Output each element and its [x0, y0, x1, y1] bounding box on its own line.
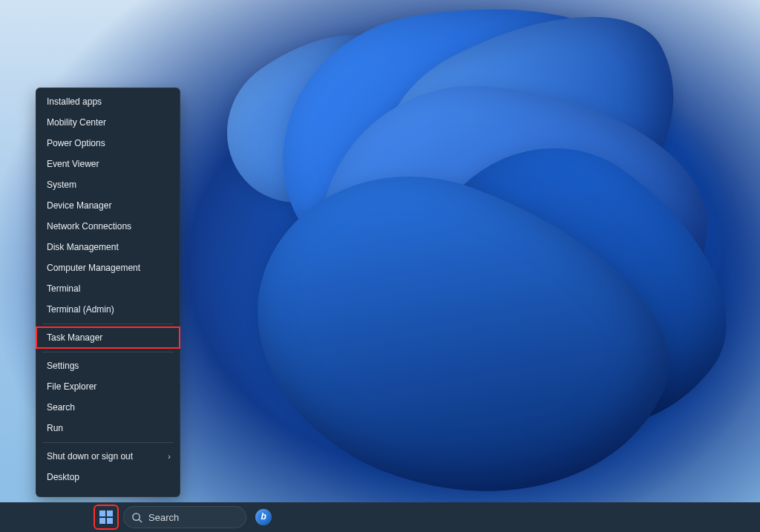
bing-button[interactable]: b [252, 506, 275, 528]
context-menu-item-label: Network Connections [47, 221, 131, 231]
context-menu-item-label: Settings [47, 361, 79, 371]
taskbar-search-placeholder: Search [148, 512, 179, 523]
context-menu-item-label: Terminal [47, 283, 80, 294]
context-menu-item-label: Task Manager [47, 332, 102, 343]
start-context-menu: Installed appsMobility CenterPower Optio… [36, 88, 180, 497]
context-menu-item-label: Terminal (Admin) [47, 304, 114, 315]
context-menu-item[interactable]: Computer Management [36, 257, 180, 278]
context-menu-item[interactable]: System [36, 174, 180, 195]
context-menu-separator [42, 324, 174, 324]
context-menu-item[interactable]: Settings [36, 355, 180, 376]
context-menu-item[interactable]: Event Viewer [36, 154, 180, 174]
context-menu-item-label: Device Manager [47, 200, 111, 211]
context-menu-item-label: Desktop [47, 472, 79, 482]
context-menu-item-label: Installed apps [47, 96, 102, 107]
context-menu-item-label: Search [47, 402, 75, 413]
context-menu-item-label: System [47, 180, 76, 190]
context-menu-item[interactable]: Mobility Center [36, 112, 180, 133]
bing-glyph: b [261, 511, 266, 522]
context-menu-item[interactable]: Terminal (Admin) [36, 299, 180, 320]
context-menu-item-label: Disk Management [47, 242, 119, 252]
search-icon [131, 512, 142, 523]
context-menu-item-label: Power Options [47, 138, 105, 148]
context-menu-separator [42, 442, 174, 443]
bing-icon: b [255, 509, 272, 525]
taskbar-search[interactable]: Search [123, 506, 246, 528]
context-menu-item-label: File Explorer [47, 381, 96, 392]
context-menu-item-label: Event Viewer [47, 159, 99, 169]
context-menu-item[interactable]: Disk Management [36, 237, 180, 257]
context-menu-item[interactable]: Installed apps [36, 91, 180, 112]
context-menu-item[interactable]: Run [36, 418, 180, 439]
start-button[interactable] [95, 506, 117, 528]
context-menu-item[interactable]: Terminal [36, 278, 180, 299]
context-menu-item-label: Mobility Center [47, 117, 106, 128]
context-menu-item[interactable]: Device Manager [36, 195, 180, 216]
context-menu-item[interactable]: File Explorer [36, 376, 180, 397]
taskbar: Search b [0, 502, 760, 532]
context-menu-item[interactable]: Shut down or sign out› [36, 446, 180, 467]
context-menu-item[interactable]: Network Connections [36, 216, 180, 237]
context-menu-item-label: Run [47, 423, 63, 433]
chevron-right-icon: › [168, 452, 171, 461]
context-menu-item-label: Shut down or sign out [47, 451, 133, 462]
context-menu-item-label: Computer Management [47, 263, 140, 273]
context-menu-separator [42, 352, 174, 352]
context-menu-item[interactable]: Task Manager [36, 327, 180, 348]
context-menu-item[interactable]: Power Options [36, 133, 180, 154]
windows-logo-icon [99, 510, 113, 524]
context-menu-item[interactable]: Desktop [36, 467, 180, 487]
svg-line-1 [139, 519, 141, 522]
context-menu-item[interactable]: Search [36, 397, 180, 418]
